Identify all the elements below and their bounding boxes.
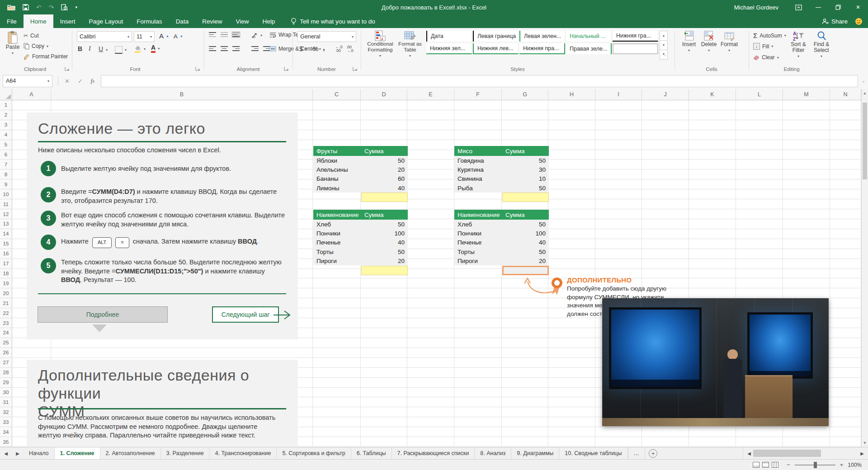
sheet-tab-7. Раскрывающиеся списки[interactable]: 7. Раскрывающиеся списки xyxy=(392,447,475,459)
table-cell-value[interactable]: 20 xyxy=(361,256,408,265)
table-cell-value[interactable]: 50 xyxy=(502,247,549,256)
vscroll-up-icon[interactable]: ▲ xyxy=(862,91,868,95)
undo-icon[interactable]: ↶ xyxy=(36,4,42,10)
column-header-D[interactable]: D xyxy=(361,89,407,100)
tab-page-layout[interactable]: Page Layout xyxy=(82,14,130,28)
insert-function-icon[interactable]: fx xyxy=(91,77,94,85)
row-header-32[interactable]: 32 xyxy=(0,407,12,417)
vscroll-down-icon[interactable]: ▼ xyxy=(862,441,868,445)
redo-icon[interactable]: ↷ xyxy=(49,4,54,10)
align-left-button[interactable] xyxy=(209,46,216,51)
fill-color-button[interactable]: ▾ xyxy=(134,45,146,53)
cell-style-Дата[interactable]: Дата xyxy=(426,31,472,42)
cell-style-Правая зеле...[interactable]: Правая зеле... xyxy=(566,43,612,54)
tab-insert[interactable]: Insert xyxy=(53,14,82,28)
align-center-button[interactable] xyxy=(221,46,228,51)
tell-me-box[interactable]: Tell me what you want to do xyxy=(291,14,375,28)
alignment-dialog-launcher[interactable] xyxy=(284,66,289,71)
sheet-canvas[interactable]: Сложение — это легко Ниже описаны нескол… xyxy=(12,100,861,447)
autosum-button[interactable]: Σ AutoSum▾ xyxy=(753,32,786,39)
tab-overflow[interactable]: … xyxy=(628,447,646,459)
row-header-18[interactable]: 18 xyxy=(0,269,12,279)
row-header-24[interactable]: 24 xyxy=(0,328,12,338)
row-header-33[interactable]: 33 xyxy=(0,417,12,427)
table-cell-value[interactable]: 30 xyxy=(502,165,549,174)
gallery-scroll-down-icon[interactable]: ▼ xyxy=(660,41,668,50)
font-color-button[interactable]: A ▾ xyxy=(151,44,160,53)
sheet-tab-1. Сложение[interactable]: 1. Сложение xyxy=(55,447,100,459)
table-cell-value[interactable]: 20 xyxy=(361,165,408,174)
table-cell-value[interactable]: 50 xyxy=(361,220,408,229)
conditional-formatting-button[interactable]: ≠ Conditional Formatting ▾ xyxy=(365,30,395,59)
table-header-cell[interactable]: Наименование xyxy=(454,210,502,220)
row-header-4[interactable]: 4 xyxy=(0,130,12,140)
hscroll-right-icon[interactable]: ▶ xyxy=(856,451,868,456)
table-cell-label[interactable]: Хлеб xyxy=(313,220,361,229)
cell-style-Левая граница[interactable]: Левая граница xyxy=(473,31,519,42)
cell-style-Нижняя пра...[interactable]: Нижняя пра... xyxy=(519,43,565,54)
cell-style-Нижняя гра...[interactable]: Нижняя гра... xyxy=(613,31,658,42)
vscroll-thumb[interactable] xyxy=(863,103,867,179)
sum-input-cell-yellow[interactable] xyxy=(361,193,408,202)
tab-formulas[interactable]: Formulas xyxy=(130,14,169,28)
table-cell-label[interactable]: Торты xyxy=(454,247,502,256)
zoom-slider-thumb[interactable] xyxy=(814,462,817,468)
table-cell-label[interactable]: Рыба xyxy=(454,183,502,193)
namebox-splitter[interactable] xyxy=(55,76,58,85)
expand-formula-bar-icon[interactable]: ⌄ xyxy=(860,79,867,83)
zoom-level[interactable]: 100% xyxy=(848,462,862,468)
clear-button[interactable]: Clear▾ xyxy=(753,54,779,61)
sheet-tab-2. Автозаполнение[interactable]: 2. Автозаполнение xyxy=(100,447,161,459)
table-cell-label[interactable]: Хлеб xyxy=(454,220,502,229)
table-cell-value[interactable]: 50 xyxy=(361,156,408,165)
row-header-35[interactable]: 35 xyxy=(0,437,12,447)
delete-cells-button[interactable]: Delete ▾ xyxy=(699,31,719,53)
table-header-cell[interactable]: Сумма xyxy=(502,146,549,156)
row-header-25[interactable]: 25 xyxy=(0,338,12,348)
row-header-26[interactable]: 26 xyxy=(0,348,12,358)
sheet-tab-3. Разделение[interactable]: 3. Разделение xyxy=(161,447,210,459)
row-header-12[interactable]: 12 xyxy=(0,209,12,219)
cell-style-Левая зелен...[interactable]: Левая зелен... xyxy=(519,31,565,42)
row-header-22[interactable]: 22 xyxy=(0,308,12,318)
hscroll-thumb[interactable] xyxy=(753,450,821,457)
cell-style-normal-slot[interactable] xyxy=(613,43,658,54)
column-header-E[interactable]: E xyxy=(407,89,454,100)
table-header-cell[interactable]: Мясо xyxy=(454,146,502,156)
column-header-F[interactable]: F xyxy=(454,89,502,100)
italic-button[interactable]: I xyxy=(89,45,91,52)
paste-button[interactable]: Paste ▾ xyxy=(4,31,22,56)
sheet-tab-8. Анализ[interactable]: 8. Анализ xyxy=(475,447,511,459)
row-header-34[interactable]: 34 xyxy=(0,427,12,437)
name-box[interactable]: A64 ▾ xyxy=(3,75,52,87)
column-header-L[interactable]: L xyxy=(736,89,783,100)
gallery-scroll-up-icon[interactable]: ▲ xyxy=(660,31,668,41)
sheet-tab-10. Сводные таблицы[interactable]: 10. Сводные таблицы xyxy=(559,447,627,459)
tab-file[interactable]: File xyxy=(0,14,24,28)
column-header-K[interactable]: K xyxy=(689,89,736,100)
increase-decimal-button[interactable]: ←.0.00 xyxy=(335,45,343,52)
zoom-slider[interactable] xyxy=(795,465,835,465)
table-cell-value[interactable]: 50 xyxy=(502,156,549,165)
tab-scroll-left-icon[interactable]: ◀ xyxy=(0,447,12,459)
formula-input[interactable] xyxy=(101,75,858,87)
row-header-16[interactable]: 16 xyxy=(0,249,12,259)
format-painter-button[interactable]: Format Painter xyxy=(24,53,68,60)
table-header-cell[interactable]: Сумма xyxy=(361,146,408,156)
decrease-font-button[interactable]: A▼ xyxy=(174,33,183,40)
table-cell-value[interactable]: 50 xyxy=(502,183,549,193)
table-header-cell[interactable]: Сумма xyxy=(361,210,408,220)
table-cell-value[interactable]: 40 xyxy=(502,238,549,247)
table-cell-label[interactable]: Пончики xyxy=(313,229,361,238)
table-cell-label[interactable]: Пончики xyxy=(454,229,502,238)
share-button[interactable]: Share xyxy=(816,14,853,28)
sheet-tab-5. Сортировка и фильтр[interactable]: 5. Сортировка и фильтр xyxy=(277,447,351,459)
percent-style-button[interactable]: % xyxy=(313,45,318,52)
table-cell-value[interactable]: 20 xyxy=(502,256,549,265)
select-all-corner[interactable] xyxy=(0,89,12,100)
increase-font-button[interactable]: A▲ xyxy=(159,32,169,40)
open-icon[interactable] xyxy=(7,4,15,10)
ribbon-display-options-icon[interactable] xyxy=(788,0,808,14)
table-cell-value[interactable]: 10 xyxy=(502,174,549,183)
row-header-1[interactable]: 1 xyxy=(0,100,12,110)
